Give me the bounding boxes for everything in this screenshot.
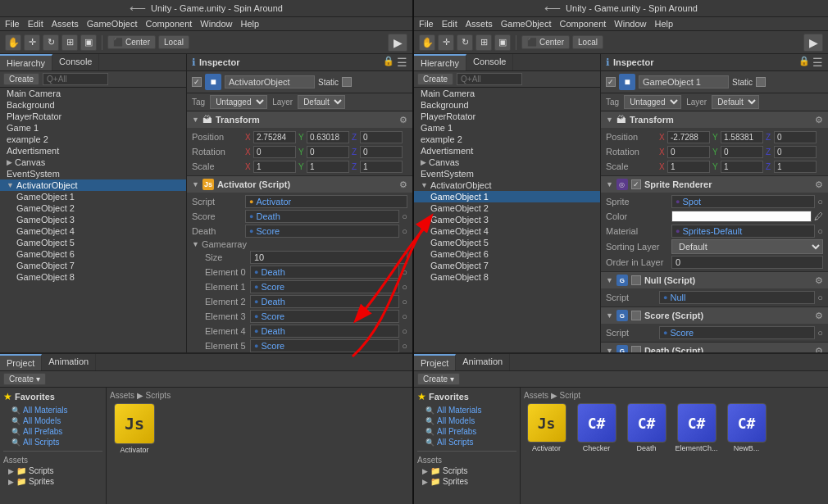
inspector-lock-l[interactable]: 🔒	[383, 56, 394, 69]
pos-z-r[interactable]	[774, 131, 817, 143]
hierarchy-item-r[interactable]: GameObject 6	[414, 248, 600, 260]
null-script-settings[interactable]: ⚙	[815, 275, 823, 286]
activator-header-l[interactable]: ▼ Js Activator (Script) ⚙	[187, 176, 412, 193]
inspector-menu-l[interactable]: ☰	[397, 56, 407, 69]
hierarchy-item[interactable]: GameObject 1	[0, 191, 186, 202]
hierarchy-item[interactable]: Background	[0, 99, 186, 111]
transform-settings-l[interactable]: ⚙	[399, 115, 407, 125]
obj-checkbox-r[interactable]: ✓	[606, 77, 616, 87]
scale-y-l[interactable]	[307, 161, 349, 173]
transform-settings-r[interactable]: ⚙	[815, 115, 823, 125]
hierarchy-activator-r[interactable]: ▼ActivatorObject	[414, 179, 600, 191]
console-tab-l[interactable]: Console	[52, 54, 99, 70]
play-btn-r[interactable]: ▶	[803, 34, 823, 52]
score-script-header[interactable]: ▼ G Score (Script) ⚙	[601, 307, 828, 324]
center-btn-l[interactable]: ⬛ Center	[107, 35, 156, 49]
hierarchy-item-r[interactable]: Advertisment	[414, 145, 600, 157]
pos-z-l[interactable]	[360, 131, 403, 143]
menu-gameobject-r[interactable]: GameObject	[501, 19, 552, 29]
fav-prefabs-l[interactable]: 🔍 All Prefabs	[3, 426, 102, 437]
death-script-header[interactable]: ▼ G Death (Script) ⚙	[601, 343, 828, 352]
hierarchy-item[interactable]: ▶Canvas	[0, 157, 186, 168]
tool-rotate-l[interactable]: ↻	[43, 34, 59, 51]
file-elementch-r[interactable]: C# ElementCh...	[674, 403, 719, 452]
score-checkbox[interactable]	[631, 311, 641, 320]
menu-edit-l[interactable]: Edit	[28, 19, 43, 29]
rot-y-l[interactable]	[307, 146, 349, 158]
sprite-checkbox[interactable]: ✓	[631, 179, 641, 189]
pos-x-r[interactable]	[667, 131, 710, 143]
scale-x-r[interactable]	[667, 161, 710, 173]
file-checker-r[interactable]: C# Checker	[574, 403, 619, 452]
hierarchy-item-r[interactable]: GameObject 2	[414, 202, 600, 214]
transform-header-l[interactable]: ▼ 🏔 Transform ⚙	[187, 111, 412, 128]
assets-sprites-folder-r[interactable]: ▶📁 Sprites	[417, 476, 516, 487]
hierarchy-item[interactable]: Game 1	[0, 122, 186, 134]
hierarchy-item-r[interactable]: EventSystem	[414, 168, 600, 179]
file-activator-l[interactable]: Js Activator	[110, 403, 159, 454]
menu-window-l[interactable]: Window	[200, 19, 232, 29]
hierarchy-search-l[interactable]	[43, 73, 108, 85]
menu-edit-r[interactable]: Edit	[442, 19, 457, 29]
gamearray-size-l[interactable]	[250, 251, 407, 264]
death-checkbox[interactable]	[631, 346, 641, 352]
tool-hand-r[interactable]: ✋	[419, 34, 435, 51]
hierarchy-item[interactable]: Main Camera	[0, 88, 186, 99]
sprite-renderer-settings[interactable]: ⚙	[815, 179, 823, 190]
hierarchy-item-r[interactable]: ▶Canvas	[414, 157, 600, 168]
scale-z-r[interactable]	[774, 161, 817, 173]
static-checkbox-l[interactable]	[342, 77, 352, 87]
console-tab-r[interactable]: Console	[466, 54, 513, 70]
obj-name-input-r[interactable]	[639, 75, 729, 89]
layer-select-r[interactable]: Default	[712, 95, 759, 109]
file-newb-r[interactable]: C# NewB...	[724, 403, 769, 452]
hierarchy-item-r[interactable]: example 2	[414, 134, 600, 145]
tool-scale-l[interactable]: ⊞	[61, 34, 78, 51]
assets-scripts-folder-r[interactable]: ▶📁 Scripts	[417, 465, 516, 476]
menu-component-l[interactable]: Component	[145, 19, 192, 29]
hierarchy-item[interactable]: GameObject 7	[0, 260, 186, 271]
hierarchy-item[interactable]: GameObject 4	[0, 225, 186, 237]
sorting-layer-select[interactable]: Default	[671, 239, 823, 254]
tool-rect-r[interactable]: ▣	[494, 34, 511, 51]
hierarchy-item[interactable]: GameObject 6	[0, 248, 186, 260]
hierarchy-search-r[interactable]	[457, 73, 522, 85]
hierarchy-item-r[interactable]: PlayerRotator	[414, 111, 600, 122]
hierarchy-item-r[interactable]: GameObject 3	[414, 214, 600, 225]
hierarchy-create-btn-l[interactable]: Create	[3, 73, 39, 85]
hierarchy-item-r[interactable]: GameObject 4	[414, 225, 600, 237]
rot-z-l[interactable]	[360, 146, 403, 158]
death-script-settings[interactable]: ⚙	[815, 346, 823, 353]
menu-file-l[interactable]: File	[5, 19, 20, 29]
rot-y-r[interactable]	[721, 146, 763, 158]
scale-z-l[interactable]	[360, 161, 403, 173]
hierarchy-item-r[interactable]: Main Camera	[414, 88, 600, 99]
hierarchy-tab-r[interactable]: Hierarchy	[414, 54, 466, 70]
fav-models-r[interactable]: 🔍 All Models	[417, 415, 516, 426]
hierarchy-item-r[interactable]: GameObject 7	[414, 260, 600, 271]
hierarchy-item[interactable]: Advertisment	[0, 145, 186, 157]
pos-y-r[interactable]	[721, 131, 763, 143]
color-picker-btn[interactable]: 🖊	[814, 211, 823, 221]
fav-scripts-l[interactable]: 🔍 All Scripts	[3, 437, 102, 447]
static-checkbox-r[interactable]	[756, 77, 766, 87]
pos-y-l[interactable]	[307, 131, 349, 143]
menu-help-l[interactable]: Help	[240, 19, 259, 29]
null-script-header[interactable]: ▼ G Null (Script) ⚙	[601, 272, 828, 288]
hierarchy-item[interactable]: GameObject 3	[0, 214, 186, 225]
tool-rotate-r[interactable]: ↻	[457, 34, 473, 51]
hierarchy-item-r[interactable]: Game 1	[414, 122, 600, 134]
hierarchy-create-btn-r[interactable]: Create	[417, 73, 453, 85]
play-btn-l[interactable]: ▶	[388, 34, 407, 52]
obj-name-input-l[interactable]	[225, 75, 315, 89]
tool-scale-r[interactable]: ⊞	[475, 34, 492, 51]
hierarchy-item[interactable]: GameObject 8	[0, 271, 186, 283]
activator-settings-l[interactable]: ⚙	[399, 179, 407, 190]
menu-assets-l[interactable]: Assets	[52, 19, 79, 29]
sprite-renderer-header[interactable]: ▼ ◎ ✓ Sprite Renderer ⚙	[601, 176, 828, 193]
menu-gameobject-l[interactable]: GameObject	[87, 19, 138, 29]
local-btn-l[interactable]: Local	[158, 35, 189, 49]
inspector-menu-r[interactable]: ☰	[812, 56, 823, 69]
gamearray-header-l[interactable]: ▼ Gamearray	[187, 238, 412, 250]
tag-select-r[interactable]: Untagged	[624, 95, 681, 109]
